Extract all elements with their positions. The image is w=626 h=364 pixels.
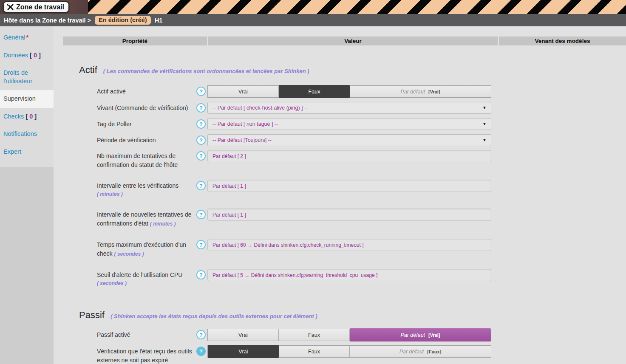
breadcrumb: Hôte dans la Zone de travail > En éditio…: [0, 14, 626, 26]
count-bracket: [: [30, 52, 34, 59]
help-glyph: ?: [199, 272, 203, 278]
section-note: ( Shinken accepte les états reçus depuis…: [110, 313, 317, 319]
help-glyph: ?: [199, 242, 203, 248]
toggle-option-vrai[interactable]: Vrai: [208, 86, 279, 97]
help-glyph: ?: [199, 212, 203, 218]
help-glyph: ?: [199, 121, 203, 127]
field-row-poller-tag: Tag de Poller ? -- Par défaut [ non tagu…: [97, 118, 626, 130]
breadcrumb-item-name: H1: [155, 17, 163, 24]
toggle-freshness-check: Vrai Faux Par défaut [Faux]: [207, 345, 491, 358]
section-note: ( Les commandes de vérifications sont or…: [103, 68, 309, 74]
toggle-option-faux[interactable]: Faux: [279, 329, 350, 341]
help-icon[interactable]: ?: [196, 87, 206, 96]
help-icon[interactable]: ?: [196, 103, 206, 113]
field-row-max-check-attempts: Nb maximum de tentatives de confirmation…: [97, 150, 626, 169]
check-period-select[interactable]: -- Par défaut [Toujours] -- ▼: [207, 134, 491, 146]
crossed-tools-icon: [7, 3, 14, 11]
sidebar-item-general[interactable]: Général*: [0, 29, 54, 47]
section-title-text: Passif: [79, 310, 105, 321]
breadcrumb-prefix[interactable]: Hôte dans la Zone de travail >: [4, 17, 91, 24]
toggle-option-defaut[interactable]: Par défaut [Vrai]: [350, 86, 491, 97]
sidebar-item-droits[interactable]: Droits de l'utilisateur: [0, 64, 54, 90]
select-value: -- Par défaut [Toujours] --: [212, 137, 272, 143]
max-check-attempts-input[interactable]: [207, 150, 491, 162]
toggle-option-faux-selected[interactable]: Faux: [279, 85, 350, 98]
field-label: Actif activé: [97, 85, 196, 96]
sidebar-item-label: Supervision: [3, 95, 36, 102]
workspace-button[interactable]: Zone de travail: [3, 1, 69, 13]
help-icon[interactable]: ?: [196, 151, 206, 161]
toggle-option-vrai-selected[interactable]: Vrai: [208, 345, 279, 358]
hazard-stripe-header: Zone de travail: [0, 0, 626, 14]
help-icon[interactable]: ?: [196, 240, 206, 249]
unit-hint: ( secondes ): [97, 279, 196, 287]
unit-hint: ( minutes ): [97, 190, 196, 198]
required-asterisk: *: [26, 34, 29, 41]
main-panel: Propriété Valeur Venant des modèles Acti…: [54, 26, 626, 364]
default-hint: [Vrai]: [428, 89, 440, 94]
sidebar-nav: Général* Données [ 0 ] Droits de l'utili…: [0, 26, 54, 167]
help-glyph: ?: [199, 153, 203, 159]
help-icon[interactable]: ?: [196, 135, 206, 145]
field-row-cpu-warning-threshold: Seuil d'alerte de l'utilisation CPU ( se…: [97, 269, 626, 287]
help-icon[interactable]: ?: [196, 119, 206, 129]
help-icon[interactable]: ?: [196, 210, 206, 219]
help-glyph: ?: [199, 105, 203, 111]
default-hint: [Faux]: [427, 349, 441, 354]
sidebar-item-label: Données: [3, 52, 28, 59]
sidebar-lower-area: [0, 167, 54, 364]
field-row-passif-active: Passif activé ? Vrai Faux Par défaut [Vr…: [97, 329, 626, 341]
check-interval-input[interactable]: [207, 180, 491, 192]
sidebar-item-label: Expert: [3, 148, 21, 155]
toggle-option-faux[interactable]: Faux: [279, 346, 350, 357]
field-row-check-period: Période de vérification ? -- Par défaut …: [97, 134, 626, 146]
toggle-option-defaut[interactable]: Par défaut [Faux]: [350, 346, 491, 357]
sidebar-item-donnees[interactable]: Données [ 0 ]: [0, 47, 54, 65]
sidebar-item-label: Droits de l'utilisateur: [3, 69, 32, 85]
retry-interval-input[interactable]: [207, 209, 491, 221]
default-hint: [Vrai]: [428, 333, 440, 338]
count-bracket: ]: [33, 113, 37, 120]
help-icon[interactable]: ?: [196, 330, 206, 339]
check-timeout-input[interactable]: [207, 239, 491, 251]
sidebar-item-supervision[interactable]: Supervision: [0, 90, 54, 108]
section-actif: Actif ( Les commandes de vérifications s…: [79, 65, 626, 76]
sidebar: Général* Données [ 0 ] Droits de l'utili…: [0, 26, 54, 364]
toggle-actif-active: Vrai Faux Par défaut [Vrai]: [207, 85, 491, 98]
help-glyph: ?: [199, 183, 203, 189]
help-icon[interactable]: ?: [196, 347, 206, 356]
column-header-modeles: Venant des modèles: [499, 37, 626, 45]
field-label: Passif activé: [97, 329, 196, 339]
sidebar-item-checks[interactable]: Checks [ 0 ]: [0, 108, 54, 126]
toggle-option-defaut-selected[interactable]: Par défaut [Vrai]: [350, 328, 491, 341]
sidebar-item-expert[interactable]: Expert: [0, 143, 54, 161]
toggle-option-vrai[interactable]: Vrai: [208, 329, 279, 341]
select-value: -- Par défaut [ non tagué ] --: [212, 121, 278, 127]
sidebar-item-notifications[interactable]: Notifications: [0, 125, 54, 143]
sidebar-item-label: Notifications: [3, 130, 37, 137]
poller-tag-select[interactable]: -- Par défaut [ non tagué ] -- ▼: [207, 118, 491, 130]
chevron-down-icon: ▼: [482, 105, 487, 110]
help-icon[interactable]: ?: [196, 270, 206, 279]
field-label: Seuil d'alerte de l'utilisation CPU ( se…: [97, 269, 196, 287]
help-glyph: ?: [199, 332, 203, 338]
check-command-select[interactable]: -- Par défaut [ check-host-alive (ping) …: [207, 102, 491, 114]
help-glyph: ?: [199, 88, 203, 95]
field-row-retry-interval: Intervalle de nouvelles tentatives de co…: [97, 209, 626, 228]
help-icon[interactable]: ?: [196, 181, 206, 190]
field-row-check-timeout: Temps maximum d'exécution d'un check ( s…: [97, 239, 626, 258]
select-value: -- Par défaut [ check-host-alive (ping) …: [212, 105, 308, 111]
help-glyph: ?: [199, 137, 203, 144]
status-badge: En édition (créé): [95, 16, 151, 25]
cpu-warning-threshold-input[interactable]: [207, 269, 491, 281]
field-label: Temps maximum d'exécution d'un check ( s…: [97, 239, 196, 258]
section-passif: Passif ( Shinken accepte les états reçus…: [79, 310, 626, 321]
field-row-check-interval: Intervalle entre les vérifications ( min…: [97, 180, 626, 198]
count-bracket: ]: [37, 52, 41, 59]
field-label: Vivant (Commande de vérification): [97, 102, 196, 113]
field-row-actif-active: Actif activé ? Vrai Faux Par défaut [Vra…: [97, 85, 626, 98]
field-label: Nb maximum de tentatives de confirmation…: [97, 150, 196, 169]
sidebar-item-label: Général: [3, 34, 25, 41]
column-header-valeur: Valeur: [208, 37, 498, 45]
toggle-passif-active: Vrai Faux Par défaut [Vrai]: [207, 329, 491, 341]
